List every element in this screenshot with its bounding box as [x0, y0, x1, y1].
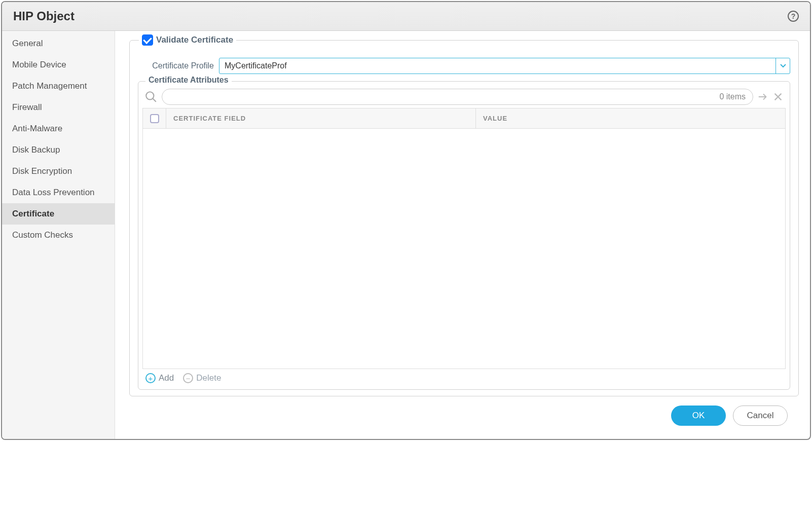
- table-body: [143, 129, 785, 368]
- delete-label: Delete: [196, 373, 221, 383]
- sidebar-item-disk-encryption[interactable]: Disk Encryption: [2, 161, 115, 182]
- certificate-profile-select[interactable]: [219, 58, 790, 74]
- certificate-attributes-fieldset: Certificate Attributes 0 items: [138, 81, 790, 390]
- items-count: 0 items: [719, 92, 746, 101]
- sidebar-item-label: Data Loss Prevention: [12, 188, 95, 197]
- chevron-down-icon[interactable]: [776, 58, 790, 73]
- sidebar: General Mobile Device Patch Management F…: [2, 31, 115, 439]
- plus-icon: +: [145, 373, 156, 383]
- sidebar-item-disk-backup[interactable]: Disk Backup: [2, 139, 115, 161]
- add-label: Add: [159, 373, 174, 383]
- validate-certificate-label: Validate Certificate: [156, 35, 233, 45]
- search-field[interactable]: 0 items: [162, 89, 753, 105]
- sidebar-item-firewall[interactable]: Firewall: [2, 97, 115, 118]
- attributes-footer: + Add − Delete: [140, 369, 788, 387]
- certificate-profile-row: Certificate Profile: [138, 58, 790, 74]
- cancel-label: Cancel: [747, 411, 774, 421]
- column-certificate-field[interactable]: CERTIFICATE FIELD: [166, 108, 476, 128]
- validate-certificate-legend: Validate Certificate: [139, 34, 236, 46]
- add-button[interactable]: + Add: [145, 373, 174, 383]
- column-value[interactable]: VALUE: [476, 108, 785, 128]
- sidebar-item-label: General: [12, 39, 43, 48]
- sidebar-item-label: Certificate: [12, 209, 54, 218]
- certificate-profile-input[interactable]: [219, 58, 776, 73]
- certificate-profile-label: Certificate Profile: [138, 61, 219, 70]
- arrow-right-icon[interactable]: [757, 91, 768, 102]
- table-header: CERTIFICATE FIELD VALUE: [143, 108, 785, 129]
- attributes-toolbar: 0 items: [140, 84, 788, 108]
- help-icon[interactable]: ?: [788, 11, 799, 22]
- search-icon[interactable]: [144, 90, 158, 103]
- svg-line-1: [153, 98, 156, 102]
- main-panel: Validate Certificate Certificate Profile…: [115, 31, 810, 439]
- sidebar-item-certificate[interactable]: Certificate: [2, 203, 115, 225]
- select-all-cell: [143, 108, 166, 128]
- ok-button[interactable]: OK: [671, 406, 726, 426]
- sidebar-item-label: Custom Checks: [12, 230, 73, 240]
- sidebar-item-general[interactable]: General: [2, 33, 115, 54]
- sidebar-item-label: Patch Management: [12, 81, 87, 91]
- titlebar: HIP Object ?: [2, 2, 810, 31]
- sidebar-item-label: Anti-Malware: [12, 124, 62, 133]
- attributes-table: CERTIFICATE FIELD VALUE: [142, 108, 786, 369]
- certificate-attributes-label: Certificate Attributes: [145, 76, 232, 85]
- sidebar-item-label: Mobile Device: [12, 60, 66, 69]
- dialog-footer: OK Cancel: [129, 396, 799, 435]
- sidebar-item-label: Firewall: [12, 102, 42, 112]
- cancel-button[interactable]: Cancel: [733, 406, 788, 426]
- sidebar-item-label: Disk Encryption: [12, 166, 72, 176]
- sidebar-item-data-loss-prevention[interactable]: Data Loss Prevention: [2, 182, 115, 203]
- sidebar-item-anti-malware[interactable]: Anti-Malware: [2, 118, 115, 139]
- hip-object-dialog: HIP Object ? General Mobile Device Patch…: [1, 1, 811, 440]
- sidebar-item-custom-checks[interactable]: Custom Checks: [2, 225, 115, 246]
- minus-icon: −: [183, 373, 193, 383]
- dialog-title: HIP Object: [13, 9, 75, 23]
- sidebar-item-patch-management[interactable]: Patch Management: [2, 76, 115, 97]
- validate-certificate-fieldset: Validate Certificate Certificate Profile…: [129, 40, 799, 396]
- validate-certificate-checkbox[interactable]: [142, 34, 153, 46]
- sidebar-item-label: Disk Backup: [12, 145, 60, 155]
- close-icon[interactable]: [772, 91, 784, 102]
- sidebar-item-mobile-device[interactable]: Mobile Device: [2, 54, 115, 76]
- ok-label: OK: [692, 411, 705, 421]
- dialog-body: General Mobile Device Patch Management F…: [2, 31, 810, 439]
- select-all-checkbox[interactable]: [150, 114, 159, 123]
- delete-button[interactable]: − Delete: [183, 373, 221, 383]
- svg-point-0: [146, 92, 154, 99]
